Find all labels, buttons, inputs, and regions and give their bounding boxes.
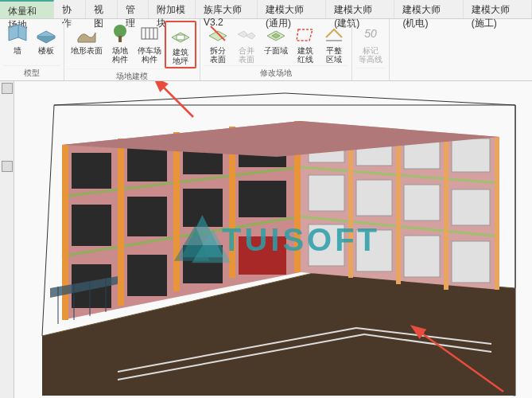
tree-icon: [109, 22, 131, 45]
tab-addins[interactable]: 附加模块: [149, 0, 196, 18]
group-label-modify-site: 修改场地: [204, 65, 348, 80]
terrain-icon: [76, 22, 98, 45]
tab-collaborate[interactable]: 协作: [54, 0, 86, 18]
tab-model-master-mep[interactable]: 建模大师 (机电): [394, 0, 463, 18]
wall-button[interactable]: 墙: [3, 21, 32, 65]
tab-view[interactable]: 视图: [86, 0, 118, 18]
tab-model-master-arch[interactable]: 建模大师 (建筑): [326, 0, 394, 18]
viewport-handle[interactable]: [2, 83, 13, 94]
parking-label: 停车场 构件: [138, 46, 161, 64]
ribbon-group-contour: 50 标记 等高线: [352, 19, 390, 80]
building-pad-button[interactable]: 建筑 地坪: [165, 21, 196, 68]
contour-icon: 50: [359, 22, 382, 45]
floor-icon: [35, 22, 57, 45]
floor-label: 楼板: [38, 46, 54, 55]
svg-point-0: [114, 25, 126, 37]
label-contour-button: 50 标记 等高线: [355, 21, 386, 68]
ribbon-tabs: 体量和场地 协作 视图 管理 附加模块 族库大师V3.2 建模大师 (通用) 建…: [0, 0, 532, 19]
wall-icon: [6, 22, 29, 45]
viewport[interactable]: TUISOFT: [0, 81, 532, 398]
property-line-icon: [294, 22, 316, 45]
subregion-label: 子面域: [264, 46, 288, 55]
floor-button[interactable]: 楼板: [32, 21, 60, 65]
viewport-left-bar: [0, 81, 14, 398]
site-component-label: 场地 构件: [112, 46, 128, 64]
model-area[interactable]: TUISOFT: [14, 81, 532, 398]
split-surface-button[interactable]: 拆分 表面: [204, 21, 232, 65]
pad-icon: [169, 24, 192, 46]
terrain-button[interactable]: 地形表面: [68, 21, 106, 68]
split-label: 拆分 表面: [210, 46, 226, 64]
ribbon-group-site-model: 地形表面 场地 构件 停车场 构件 建筑 地坪 场地建模: [64, 19, 200, 80]
ribbon: 墙 楼板 模型 地形表面 场地 构件 停车场 构件: [0, 19, 532, 81]
ribbon-group-modify-site: 拆分 表面 合并 表面 子面域 建筑 红线 平整 区域 修改场地: [200, 19, 352, 80]
svg-rect-1: [118, 36, 122, 42]
subregion-button[interactable]: 子面域: [261, 21, 291, 65]
svg-line-47: [420, 332, 503, 392]
terrain-label: 地形表面: [71, 46, 103, 55]
svg-rect-6: [177, 35, 184, 40]
tab-model-master-const[interactable]: 建模大师 (施工): [464, 0, 532, 18]
tab-mass-site[interactable]: 体量和场地: [0, 0, 54, 18]
parking-button[interactable]: 停车场 构件: [134, 21, 165, 68]
merge-icon: [235, 22, 258, 45]
parking-icon: [138, 22, 161, 45]
merge-label: 合并 表面: [239, 46, 254, 64]
building-pad-label: 建筑 地坪: [173, 48, 188, 65]
tab-family-master[interactable]: 族库大师V3.2: [196, 0, 258, 18]
grade-label: 平整 区域: [326, 46, 342, 64]
group-label-model: 模型: [3, 65, 60, 80]
tab-manage[interactable]: 管理: [118, 0, 150, 18]
viewport-handle-2[interactable]: [2, 161, 13, 172]
annotation-arrow-1: [14, 81, 532, 398]
grade-icon: [323, 22, 345, 45]
property-line-label: 建筑 红线: [297, 46, 313, 64]
group-label-contour: [355, 68, 386, 80]
merge-surface-button: 合并 表面: [232, 21, 261, 65]
site-component-button[interactable]: 场地 构件: [106, 21, 134, 68]
property-line-button[interactable]: 建筑 红线: [291, 21, 320, 65]
grade-button[interactable]: 平整 区域: [320, 21, 348, 65]
svg-line-46: [161, 85, 193, 117]
tab-model-master-general[interactable]: 建模大师 (通用): [258, 0, 326, 18]
ribbon-group-model: 墙 楼板 模型: [0, 19, 64, 80]
contour-label: 标记 等高线: [359, 46, 382, 64]
subregion-icon: [265, 22, 287, 45]
split-icon: [207, 22, 229, 45]
wall-label: 墙: [14, 46, 21, 55]
